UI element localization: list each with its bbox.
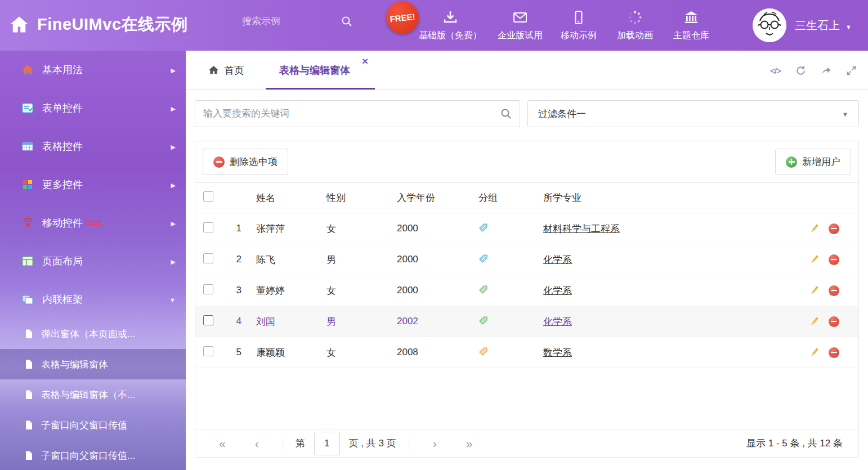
plus-circle-icon [786, 156, 797, 168]
delete-icon[interactable] [829, 223, 839, 234]
search-icon[interactable] [500, 108, 512, 119]
page-label: 第 [296, 437, 305, 450]
chevron-right-icon [171, 180, 176, 190]
sidebar-item-label: 更多控件 [42, 178, 83, 191]
add-user-button[interactable]: 新增用户 [775, 149, 851, 175]
column-header-gender[interactable]: 性别 [316, 191, 387, 204]
file-icon [24, 420, 34, 430]
sidebar-subitem-child-to-parent[interactable]: 子窗口向父窗口传值 [0, 410, 186, 440]
edit-icon[interactable] [809, 223, 820, 234]
major-link[interactable]: 化学系 [543, 254, 572, 265]
tab-bar: 首页 表格与编辑窗体 [186, 51, 868, 90]
row-checkbox[interactable] [203, 284, 213, 294]
share-icon[interactable] [821, 65, 831, 76]
keyword-search-input[interactable] [203, 108, 500, 119]
edit-icon[interactable] [809, 347, 820, 358]
spinner-icon [628, 7, 642, 25]
nav-enterprise-trial[interactable]: 企业版试用 [490, 7, 551, 42]
sidebar-subitem-label: 子窗口向父窗口传值 [41, 419, 127, 432]
edit-icon[interactable] [809, 316, 820, 327]
nav-loading-animation[interactable]: 加载动画 [607, 7, 663, 42]
table-row[interactable]: 5 康颖颖 女 2008 数学系 [195, 337, 858, 368]
table-row[interactable]: 1 张萍萍 女 2000 材料科学与工程系 [195, 213, 858, 244]
last-page-button[interactable] [451, 437, 487, 449]
first-page-button[interactable] [204, 437, 240, 449]
sidebar-item-iframe[interactable]: 内联框架 [0, 280, 186, 319]
frame-icon [21, 293, 34, 306]
row-index: 3 [222, 285, 246, 296]
select-all-checkbox[interactable] [203, 191, 213, 202]
avatar-face [753, 8, 786, 42]
cell-name: 康颖颖 [246, 346, 316, 359]
user-name: 三生石上 [795, 18, 840, 33]
tab-home[interactable]: 首页 [195, 51, 258, 89]
sidebar-item-form-controls[interactable]: 表单控件 [0, 89, 186, 127]
nav-label: 基础版（免费） [419, 30, 482, 42]
expand-icon[interactable] [846, 65, 857, 76]
grid-panel: 删除选中项 新增用户 姓名 性别 入学年份 分组 所学专业 [195, 141, 859, 458]
sidebar-item-mobile-controls[interactable]: 移动控件 Corp. [0, 204, 186, 242]
row-checkbox[interactable] [203, 222, 213, 232]
major-link[interactable]: 数学系 [543, 347, 572, 358]
delete-selected-button[interactable]: 删除选中项 [203, 149, 288, 175]
nav-theme-store[interactable]: 主题仓库 [663, 7, 719, 42]
chevron-right-icon [171, 218, 176, 228]
cell-year: 2000 [387, 223, 468, 234]
delete-button-label: 删除选中项 [230, 155, 278, 168]
mobile-icon [571, 7, 586, 25]
major-link[interactable]: 材料科学与工程系 [543, 223, 620, 234]
row-checkbox[interactable] [203, 346, 213, 356]
sidebar-subitem-grid-edit-window[interactable]: 表格与编辑窗体 [0, 349, 186, 379]
next-page-button[interactable] [418, 437, 451, 449]
filter-dropdown[interactable]: 过滤条件一 [527, 100, 859, 127]
sidebar-subitem-grid-edit-window-2[interactable]: 表格与编辑窗体（不... [0, 379, 186, 410]
row-index: 5 [222, 347, 246, 358]
delete-icon[interactable] [829, 347, 839, 358]
header-search-input[interactable] [242, 16, 332, 27]
sidebar-subitem-child-to-parent-2[interactable]: 子窗口向父窗口传值... [0, 440, 186, 470]
column-header-group[interactable]: 分组 [468, 191, 533, 204]
delete-icon[interactable] [829, 316, 839, 327]
table-row[interactable]: 3 董婷婷 女 2000 化学系 [195, 275, 858, 306]
edit-icon[interactable] [809, 285, 820, 296]
column-header-name[interactable]: 姓名 [246, 191, 316, 204]
header-search [242, 16, 360, 27]
sidebar-subitem-popup-window[interactable]: 弹出窗体（本页面或... [0, 319, 186, 349]
refresh-icon[interactable] [795, 65, 806, 76]
envelope-icon [513, 7, 527, 25]
edit-icon[interactable] [809, 254, 820, 265]
delete-icon[interactable] [829, 285, 839, 296]
sidebar-subitem-label: 表格与编辑窗体（不... [41, 388, 135, 401]
sidebar-item-grid-controls[interactable]: 表格控件 [0, 127, 186, 165]
nav-label: 主题仓库 [673, 30, 709, 42]
user-menu[interactable]: 三生石上 [795, 18, 852, 33]
user-avatar[interactable] [753, 8, 786, 42]
search-icon[interactable] [341, 16, 352, 27]
keyword-search-box [195, 100, 520, 127]
tab-grid-edit-window[interactable]: 表格与编辑窗体 [266, 51, 375, 89]
sidebar-item-page-layout[interactable]: 页面布局 [0, 242, 186, 280]
sidebar-item-more-controls[interactable]: 更多控件 [0, 165, 186, 204]
table-row-selected[interactable]: 4 刘国 男 2002 化学系 [195, 306, 858, 337]
row-checkbox[interactable] [203, 315, 213, 325]
free-badge-label: FREE! [390, 11, 416, 24]
bank-icon [684, 7, 699, 25]
prev-page-button[interactable] [240, 437, 274, 449]
column-header-major[interactable]: 所学专业 [533, 191, 797, 204]
sidebar-item-basic-usage[interactable]: 基本用法 [0, 51, 186, 89]
row-checkbox[interactable] [203, 253, 213, 263]
major-link[interactable]: 化学系 [543, 285, 572, 296]
code-icon[interactable] [770, 66, 781, 75]
table-row[interactable]: 2 陈飞 男 2000 化学系 [195, 244, 858, 275]
file-icon [24, 450, 34, 460]
close-icon[interactable] [362, 55, 368, 68]
column-header-year[interactable]: 入学年份 [387, 191, 468, 204]
nav-label: 移动示例 [561, 30, 597, 42]
page-number-input[interactable]: 1 [314, 432, 340, 455]
major-link[interactable]: 化学系 [543, 316, 572, 327]
nav-basic-edition[interactable]: 基础版（免费） [411, 7, 490, 42]
app-logo[interactable]: FineUIMvc在线示例 [9, 14, 188, 36]
delete-icon[interactable] [829, 254, 839, 265]
nav-mobile-demo[interactable]: 移动示例 [551, 7, 607, 42]
tab-label: 首页 [224, 64, 244, 77]
